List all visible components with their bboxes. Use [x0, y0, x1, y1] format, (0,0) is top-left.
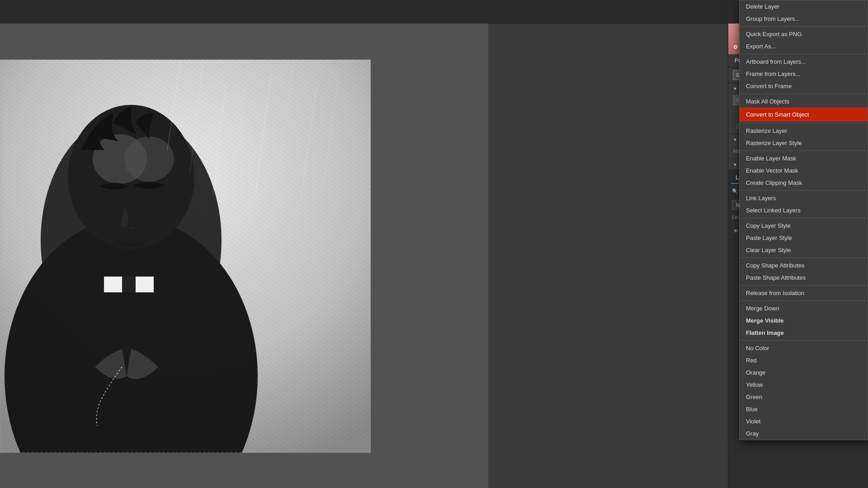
menu-item-convert-to-frame[interactable]: Convert to Frame [740, 80, 868, 92]
svg-rect-11 [68, 286, 203, 421]
menu-item-paste-layer-style[interactable]: Paste Layer Style [740, 232, 868, 244]
transform-arrow: ▼ [733, 86, 737, 91]
menu-item-green[interactable]: Green [740, 391, 868, 403]
menu-item-copy-layer-style[interactable]: Copy Layer Style [740, 220, 868, 232]
menu-divider-7 [740, 218, 868, 218]
menu-item-violet[interactable]: Violet [740, 415, 868, 427]
eye-icon[interactable]: 👁 [732, 227, 739, 235]
menu-item-group-from-layers[interactable]: Group from Layers... [740, 13, 868, 25]
svg-point-8 [124, 136, 174, 182]
menu-item-artboard-from-layers[interactable]: Artboard from Layers... [740, 56, 868, 68]
menu-item-clear-layer-style[interactable]: Clear Layer Style [740, 244, 868, 256]
menu-divider-3 [740, 94, 868, 94]
menu-item-merge-visible[interactable]: Merge Visible [740, 314, 868, 327]
menu-divider-9 [740, 285, 868, 286]
menu-item-gray[interactable]: Gray [740, 427, 868, 440]
menu-item-yellow[interactable]: Yellow [740, 379, 868, 391]
menu-item-copy-shape-attributes[interactable]: Copy Shape Attributes [740, 259, 868, 272]
menu-item-no-color[interactable]: No Color [740, 342, 868, 354]
menu-divider-6 [740, 190, 868, 191]
menu-item-quick-export-png[interactable]: Quick Export as PNG [740, 28, 868, 40]
menu-item-export-as[interactable]: Export As... [740, 40, 868, 52]
menu-divider-11 [740, 340, 868, 341]
align-arrow: ▼ [733, 137, 737, 142]
search-icon: 🔍 [732, 188, 738, 194]
menu-item-create-clipping-mask[interactable]: Create Clipping Mask [740, 177, 868, 189]
menu-item-enable-vector-mask[interactable]: Enable Vector Mask [740, 164, 868, 177]
menu-divider-1 [740, 26, 868, 27]
menu-item-link-layers[interactable]: Link Layers [740, 192, 868, 204]
canvas-area [0, 23, 488, 488]
menu-item-mask-all-objects[interactable]: Mask All Objects [740, 95, 868, 108]
menu-item-merge-down[interactable]: Merge Down [740, 302, 868, 314]
menu-item-rasterize-layer-style[interactable]: Rasterize Layer Style [740, 137, 868, 149]
menu-item-rasterize-layer[interactable]: Rasterize Layer [740, 125, 868, 137]
menu-item-orange[interactable]: Orange [740, 366, 868, 379]
quick-actions-arrow: ▼ [733, 162, 737, 167]
menu-divider-4 [740, 123, 868, 123]
context-menu: Delete Layer Group from Layers... Quick … [739, 0, 868, 440]
color-cursor [734, 45, 737, 49]
menu-item-convert-to-smart-object[interactable]: Convert to Smart Object [740, 108, 868, 122]
menu-item-paste-shape-attributes[interactable]: Paste Shape Attributes [740, 272, 868, 284]
menu-item-frame-from-layers[interactable]: Frame from Layers... [740, 68, 868, 80]
menu-item-delete-layer[interactable]: Delete Layer [740, 0, 868, 13]
canvas-image [0, 60, 371, 453]
menu-divider-2 [740, 54, 868, 54]
menu-divider-10 [740, 300, 868, 301]
manga-artwork [0, 60, 371, 453]
menu-item-select-linked-layers[interactable]: Select Linked Layers [740, 204, 868, 216]
menu-item-enable-layer-mask[interactable]: Enable Layer Mask [740, 152, 868, 164]
menu-item-release-from-isolation[interactable]: Release from Isolation [740, 287, 868, 299]
menu-divider-5 [740, 150, 868, 151]
top-bar [0, 0, 868, 23]
app-window: Properties Adj 🖼 Pixel Layer ▼ Transform… [0, 0, 868, 488]
menu-item-flatten-image[interactable]: Flatten Image [740, 327, 868, 339]
menu-divider-8 [740, 258, 868, 258]
menu-item-blue[interactable]: Blue [740, 403, 868, 415]
menu-item-red[interactable]: Red [740, 354, 868, 366]
